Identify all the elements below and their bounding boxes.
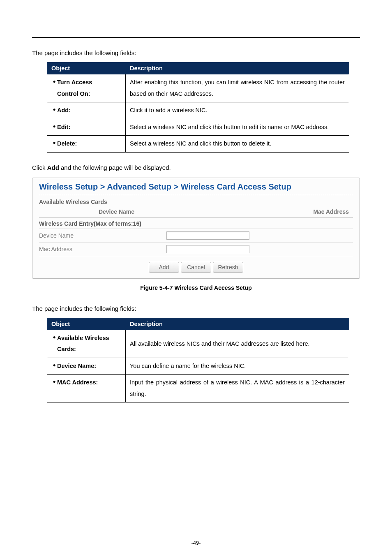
obj-desc: You can define a name for the wireless N… [126, 358, 349, 375]
intro-text-1: The page includes the following fields: [32, 49, 360, 56]
bullet-icon: ● [51, 77, 57, 84]
obj-label: Device Name: [57, 361, 96, 372]
obj-desc: Select a wireless NIC and click this but… [126, 119, 349, 136]
mac-address-input[interactable] [166, 245, 249, 253]
obj-desc: Select a wireless NIC and click this but… [126, 136, 349, 153]
obj-label: MAC Address: [57, 377, 98, 388]
horizontal-rule [32, 37, 360, 38]
bullet-icon: ● [51, 377, 57, 384]
available-cards-title: Available Wireless Cards [39, 198, 353, 207]
device-name-label: Device Name [39, 232, 166, 239]
cancel-button[interactable]: Cancel [181, 262, 211, 273]
obj-desc: After enabling this function, you can li… [126, 74, 349, 102]
th-object-2: Object [47, 318, 126, 330]
bullet-icon: ● [51, 361, 57, 368]
bullet-icon: ● [51, 122, 57, 129]
obj-desc: Input the physical address of a wireless… [126, 375, 349, 402]
fields-table-2: Object Description ●Available Wireless C… [47, 318, 349, 403]
entry-title: Wireless Card Entry(Max of terms:16) [39, 218, 353, 229]
click-add-text: Click Add and the following page will be… [32, 164, 360, 171]
table-row: ●Turn Access Control On: After enabling … [47, 74, 349, 102]
intro-text-2: The page includes the following fields: [32, 305, 360, 312]
breadcrumb: Wireless Setup > Advanced Setup > Wirele… [39, 182, 353, 195]
obj-label: Add: [57, 105, 71, 116]
table-row: ●Device Name: You can define a name for … [47, 358, 349, 375]
th-description-1: Description [126, 62, 349, 74]
table-row: ●Delete: Select a wireless NIC and click… [47, 136, 349, 153]
column-device-name: Device Name [39, 208, 194, 215]
add-button[interactable]: Add [149, 262, 179, 273]
obj-label: Edit: [57, 122, 70, 133]
obj-desc: All available wireless NICs and their MA… [126, 330, 349, 358]
obj-desc: Click it to add a wireless NIC. [126, 102, 349, 119]
obj-label: Control On: [57, 88, 90, 100]
obj-label: Available Wireless [57, 333, 109, 344]
bullet-icon: ● [51, 333, 57, 340]
table-row: ●Edit: Select a wireless NIC and click t… [47, 119, 349, 136]
device-name-input[interactable] [166, 231, 249, 240]
mac-address-label: Mac Address [39, 246, 166, 252]
bullet-icon: ● [51, 105, 57, 112]
column-mac-address: Mac Address [194, 208, 353, 215]
wireless-setup-panel: Wireless Setup > Advanced Setup > Wirele… [32, 178, 360, 279]
th-description-2: Description [126, 318, 349, 330]
table-row: ●Add: Click it to add a wireless NIC. [47, 102, 349, 119]
obj-label: Delete: [57, 138, 77, 150]
bullet-icon: ● [51, 138, 57, 146]
th-object-1: Object [47, 62, 126, 74]
fields-table-1: Object Description ●Turn Access Control … [47, 62, 349, 153]
page-number: -49- [0, 540, 392, 546]
obj-label: Turn Access [57, 77, 92, 88]
table-row: ●Available Wireless Cards: All available… [47, 330, 349, 358]
figure-caption: Figure 5-4-7 Wireless Card Access Setup [32, 284, 360, 291]
table-row: ●MAC Address: Input the physical address… [47, 375, 349, 402]
refresh-button[interactable]: Refresh [213, 262, 243, 273]
obj-label: Cards: [57, 344, 76, 355]
